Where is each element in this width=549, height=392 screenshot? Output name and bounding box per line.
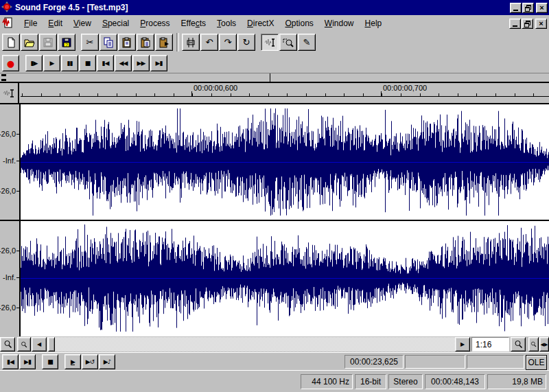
level-label: -26,0 [0,246,16,255]
document-icon[interactable] [2,17,14,30]
channels-display: Stereo [388,374,423,389]
ruler-tick [382,93,382,96]
save-as-button[interactable]: ? [58,34,75,51]
scrollbar-track[interactable] [47,337,455,351]
pencil-tool-button[interactable]: ✎ [298,34,316,51]
restore-button[interactable] [522,3,534,13]
save-button[interactable] [39,34,57,51]
ruler-tick [363,93,364,96]
open-button[interactable] [21,34,38,51]
rewind-button[interactable]: ◀◀ [115,55,132,71]
record-icon: ● [7,59,14,68]
play-all-button[interactable]: ▮▶ [25,55,43,71]
go-to-start-button[interactable]: ▮◀ [97,55,114,71]
magnifier-small-icon [530,341,537,347]
level-label: -Inf. [3,157,16,165]
menu-tools[interactable]: Tools [211,17,242,30]
edit-tool-button[interactable] [261,34,279,51]
trim-crop-icon [185,37,196,48]
magnify-tool-button[interactable] [279,34,297,51]
minimize-button[interactable] [510,3,522,13]
magnifier-icon [3,340,12,349]
overview-bar[interactable] [0,73,549,83]
go-to-start-button[interactable]: ▮◀ [2,354,19,369]
stop-button[interactable]: ■ [79,55,96,71]
ruler-time-label: 00:00:00,700 [383,84,427,92]
paste-button[interactable] [118,34,136,51]
menu-edit[interactable]: Edit [43,17,68,30]
menu-view[interactable]: View [68,17,97,30]
magnify-icon [283,37,294,48]
play-device-button[interactable]: ▶♪ [99,354,115,369]
menu-file[interactable]: File [19,17,43,30]
zoom-in-time-button[interactable] [511,337,526,351]
ruler-tick [325,93,326,96]
trim-crop-button[interactable] [182,34,200,51]
toolbar-separator [176,33,179,51]
menu-options[interactable]: Options [279,17,318,30]
new-button[interactable] [2,34,20,51]
app-icon[interactable] [1,1,12,14]
menu-directx[interactable]: DirectX [242,17,279,30]
go-to-end-button[interactable]: ▶▮ [19,354,36,369]
restore-icon [525,5,531,11]
level-label: -26,0 [0,130,16,138]
mdi-minimize-button[interactable] [509,19,521,29]
go-to-end-button[interactable]: ▶▮ [150,55,167,71]
ruler-time-label: 00:00:00,600 [194,84,237,92]
play-looped-button[interactable]: ▶↺ [82,354,98,369]
paste-to-new-button[interactable] [155,34,173,51]
mdi-restore-button[interactable] [522,19,533,29]
ruler-tick [174,93,174,96]
zoom-selection-button[interactable] [528,337,539,351]
ruler-tick [249,93,250,96]
view-region-marker[interactable] [1,79,6,81]
ruler-tick [476,93,477,96]
zoom-out-time-button[interactable] [17,337,31,351]
left-arrow-icon: ◀ [37,341,41,347]
play-all-icon: ▮▶ [31,60,38,67]
repeat-button[interactable]: ↻ [237,34,255,51]
play-device-icon: ▶♪ [104,359,111,365]
mdi-close-button[interactable]: × [535,19,547,29]
ruler-tick [231,93,231,96]
copy-button[interactable] [100,34,117,51]
zoom-normal-button[interactable] [0,337,15,351]
pause-button[interactable]: ▮▮ [61,55,78,71]
go-to-start-icon: ▮◀ [102,60,109,67]
redo-button[interactable]: ↷ [219,34,237,51]
menu-special[interactable]: Special [97,17,135,30]
close-button[interactable]: × [536,3,548,13]
scrollbar-thumb[interactable] [48,337,55,351]
pencil-icon: ✎ [303,37,311,47]
ruler-major-tick [381,91,382,96]
menu-process[interactable]: Process [135,17,175,30]
record-button[interactable]: ● [2,55,19,71]
menu-window[interactable]: Window [319,17,360,30]
stop-button[interactable]: ■ [42,354,58,369]
view-region-marker[interactable] [1,74,6,76]
time-ruler[interactable]: 00:00:00,60000:00:00,700 [21,83,549,97]
overview-cursor[interactable] [270,73,270,82]
edit-tool-icon [3,89,15,98]
forward-button[interactable]: ▶▶ [132,55,150,71]
ruler-tick [287,93,288,96]
ruler-tick [344,93,344,96]
play-button[interactable]: ▶ [43,55,60,71]
undo-button[interactable]: ↶ [200,34,218,51]
scissors-icon: ✂ [86,37,94,47]
horizontal-expand-button[interactable]: ◀▶ [539,337,549,351]
scroll-left-button[interactable]: ◀ [32,337,47,351]
cut-button[interactable]: ✂ [81,34,99,51]
ruler-tick [136,93,137,96]
menu-effects[interactable]: Effects [176,17,211,30]
play-normal-button[interactable]: ▶ [65,354,81,369]
menu-help[interactable]: Help [360,17,388,30]
right-arrow-icon: ▶ [460,341,465,347]
menu-bar: FileEditViewSpecialProcessEffectsToolsDi… [0,15,549,32]
scroll-right-button[interactable]: ▶ [455,337,470,351]
channel-separator[interactable] [0,220,549,221]
clipboard-icon [121,37,132,48]
mix-button[interactable] [137,34,154,51]
save-as-floppy-icon: ? [61,37,72,48]
